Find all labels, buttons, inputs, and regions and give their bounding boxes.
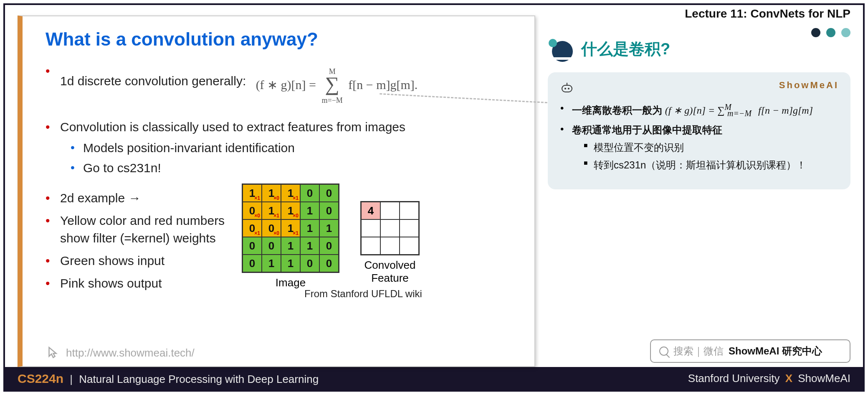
- image-credit: From Stanford UFLDL wiki: [304, 288, 422, 300]
- dot-icon: [826, 28, 835, 37]
- conv-visual: 1×11×01×1000×01×11×0100×10×01×1110011001…: [242, 183, 420, 289]
- robot-icon: [560, 82, 574, 93]
- grid-cell: 1×1: [281, 219, 300, 237]
- course-code: CS224n: [18, 372, 63, 385]
- grid-cell: 1×1: [243, 184, 262, 202]
- grid-cell: 1: [281, 237, 300, 255]
- input-grid: 1×11×01×1000×01×11×0100×10×01×1110011001…: [242, 183, 339, 273]
- grid-cell: 0×0: [262, 219, 281, 237]
- output-cell: [380, 202, 400, 219]
- output-grid-label-1: Convolved: [364, 259, 416, 272]
- section-icon: [548, 39, 573, 60]
- conv-formula: (f ∗ g)[n] = M ∑ m=−M f[n − m]g[m].: [256, 66, 418, 106]
- grid-cell: 0: [300, 184, 319, 202]
- slide-title: What is a convolution anyway?: [46, 29, 518, 50]
- cn-heading-text: 什么是卷积?: [581, 38, 670, 60]
- output-cell: [400, 237, 419, 255]
- grid-cell: 1: [319, 219, 339, 237]
- grid-cell: 1: [300, 237, 319, 255]
- output-cell: [361, 219, 380, 237]
- subbullet-pos-invariant: Models position-invariant identification: [71, 139, 518, 157]
- cursor-icon: [46, 346, 60, 360]
- note-1d-conv: 一维离散卷积一般为 (f ∗ g)[n] = ∑Mm=−M f[n − m]g[…: [560, 102, 838, 118]
- sigma-icon: ∑: [325, 73, 339, 95]
- svg-point-1: [564, 88, 566, 89]
- note-sub-cs231n: 转到cs231n（说明：斯坦福计算机识别课程）！: [584, 158, 838, 172]
- dot-icon: [841, 28, 850, 37]
- footer-bar: CS224n | Natural Language Processing wit…: [5, 367, 863, 390]
- search-icon: [659, 347, 668, 356]
- formula-lhs: (f ∗ g)[n] =: [256, 78, 316, 92]
- grid-cell: 0×0: [243, 202, 262, 219]
- formula-rhs: f[n − m]g[m].: [348, 78, 418, 92]
- grid-cell: 1×1: [281, 184, 300, 202]
- grid-cell: 1: [281, 255, 300, 272]
- output-cell: 4: [361, 202, 380, 219]
- grid-cell: 1: [300, 219, 319, 237]
- footer-university: Stanford University: [688, 372, 780, 385]
- grid-cell: 0: [319, 237, 339, 255]
- grid-cell: 0: [300, 255, 319, 272]
- note-card: ShowMeAI 一维离散卷积一般为 (f ∗ g)[n] = ∑Mm=−M f…: [548, 72, 850, 189]
- bullet-yellow-red: Yellow color and red numbers show filter…: [46, 212, 238, 247]
- bullet-1d-conv-text: 1d discrete convolution generally:: [60, 74, 246, 88]
- lecture-label: Lecture 11: ConvNets for NLP: [685, 7, 850, 20]
- slide-footer: http://www.showmeai.tech/: [46, 346, 195, 360]
- input-grid-label: Image: [276, 276, 306, 289]
- grid-cell: 0: [243, 255, 262, 272]
- output-grid: 4: [360, 201, 420, 255]
- grid-cell: 0: [319, 202, 339, 219]
- output-cell: [380, 219, 400, 237]
- bullet-1d-conv: 1d discrete convolution generally: (f ∗ …: [46, 62, 518, 102]
- footer-url[interactable]: http://www.showmeai.tech/: [66, 347, 195, 359]
- grid-cell: 1×0: [281, 202, 300, 219]
- cn-heading: 什么是卷积?: [548, 38, 850, 60]
- svg-point-2: [568, 88, 569, 89]
- bullet-classic-use: Convolution is classically used to extra…: [46, 118, 518, 177]
- grid-cell: 0: [319, 255, 339, 272]
- grid-cell: 0: [262, 237, 281, 255]
- svg-rect-0: [562, 85, 572, 92]
- course-subtitle: Natural Language Processing with Deep Le…: [79, 373, 319, 385]
- search-placeholder: 搜索｜微信: [673, 344, 724, 358]
- bullet-classic-use-text: Convolution is classically used to extra…: [60, 120, 405, 134]
- grid-cell: 1: [300, 202, 319, 219]
- subbullet-cs231n: Go to cs231n!: [71, 159, 518, 177]
- sum-lower: m=−M: [322, 95, 343, 106]
- decorative-dots: [811, 28, 850, 37]
- grid-cell: 0: [319, 184, 339, 202]
- right-panel: Lecture 11: ConvNets for NLP 什么是卷积? Show…: [535, 5, 863, 367]
- output-cell: [400, 202, 419, 219]
- note-formula: (f ∗ g)[n] = ∑Mm=−M f[n − m]g[m]: [665, 105, 813, 116]
- dot-icon: [811, 28, 820, 37]
- search-box[interactable]: 搜索｜微信 ShowMeAI 研究中心: [650, 339, 850, 363]
- output-cell: [380, 237, 400, 255]
- grid-cell: 0×1: [243, 219, 262, 237]
- grid-cell: 1×0: [262, 184, 281, 202]
- slide-card: What is a convolution anyway? 1d discret…: [18, 15, 535, 367]
- note-sub-pos-invariant: 模型位置不变的识别: [584, 141, 838, 154]
- separator: |: [70, 373, 73, 385]
- search-brand: ShowMeAI 研究中心: [729, 344, 822, 358]
- grid-cell: 0: [243, 237, 262, 255]
- grid-cell: 1: [262, 255, 281, 272]
- output-grid-label-2: Feature: [364, 272, 416, 285]
- output-cell: [361, 237, 380, 255]
- output-cell: [400, 219, 419, 237]
- grid-cell: 1×1: [262, 202, 281, 219]
- note-classic-use-text: 卷积通常地用于从图像中提取特征: [572, 124, 722, 135]
- collab-x-icon: X: [785, 372, 792, 385]
- brand-label: ShowMeAI: [779, 80, 839, 91]
- note-classic-use: 卷积通常地用于从图像中提取特征 模型位置不变的识别 转到cs231n（说明：斯坦…: [560, 123, 838, 172]
- note-1d-conv-label: 一维离散卷积一般为: [572, 104, 662, 116]
- footer-brand: ShowMeAI: [798, 372, 850, 385]
